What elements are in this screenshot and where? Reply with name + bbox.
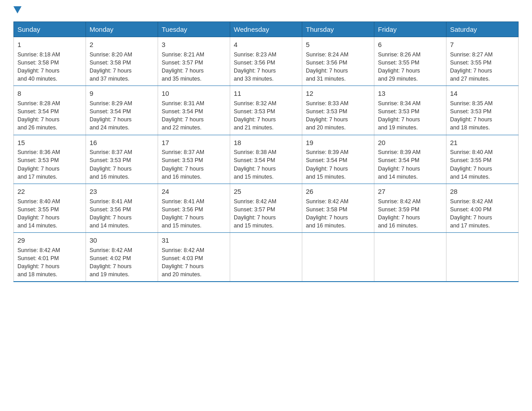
daylight-label: Daylight: 7 hours	[378, 116, 420, 123]
day-info: Sunrise: 8:27 AMSunset: 3:55 PMDaylight:…	[450, 51, 515, 83]
calendar-day-cell: 3Sunrise: 8:21 AMSunset: 3:57 PMDaylight…	[158, 37, 230, 86]
sunrise-value: Sunrise: 8:42 AM	[234, 198, 276, 205]
sunrise-value: Sunrise: 8:42 AM	[450, 198, 493, 205]
daylight-minutes: and 19 minutes.	[90, 271, 129, 278]
sunrise-value: Sunrise: 8:39 AM	[306, 149, 348, 155]
daylight-label: Daylight: 7 hours	[378, 214, 420, 221]
daylight-label: Daylight: 7 hours	[17, 214, 60, 221]
daylight-label: Daylight: 7 hours	[234, 68, 276, 74]
day-info: Sunrise: 8:39 AMSunset: 3:54 PMDaylight:…	[306, 148, 370, 181]
daylight-label: Daylight: 7 hours	[90, 166, 132, 172]
calendar-day-cell: 17Sunrise: 8:37 AMSunset: 3:53 PMDayligh…	[158, 135, 230, 184]
sunrise-value: Sunrise: 8:20 AM	[90, 51, 132, 58]
weekday-header-row: SundayMondayTuesdayWednesdayThursdayFrid…	[14, 22, 519, 37]
daylight-minutes: and 14 minutes.	[17, 223, 57, 229]
page-header	[13, 9, 519, 13]
calendar-day-cell: 5Sunrise: 8:24 AMSunset: 3:56 PMDaylight…	[302, 37, 374, 86]
sunrise-value: Sunrise: 8:42 AM	[162, 247, 204, 253]
daylight-minutes: and 18 minutes.	[450, 124, 490, 131]
sunrise-value: Sunrise: 8:29 AM	[90, 100, 132, 107]
day-info: Sunrise: 8:29 AMSunset: 3:54 PMDaylight:…	[90, 99, 154, 132]
day-info: Sunrise: 8:18 AMSunset: 3:58 PMDaylight:…	[17, 51, 82, 83]
daylight-label: Daylight: 7 hours	[162, 214, 204, 221]
daylight-label: Daylight: 7 hours	[378, 68, 420, 74]
calendar-day-cell: 25Sunrise: 8:42 AMSunset: 3:57 PMDayligh…	[230, 184, 302, 232]
sunrise-value: Sunrise: 8:21 AM	[162, 51, 204, 58]
day-info: Sunrise: 8:39 AMSunset: 3:54 PMDaylight:…	[378, 148, 442, 181]
daylight-minutes: and 17 minutes.	[17, 174, 57, 180]
calendar-body: 1Sunrise: 8:18 AMSunset: 3:58 PMDaylight…	[14, 37, 519, 282]
daylight-minutes: and 17 minutes.	[450, 223, 490, 229]
logo	[13, 9, 21, 13]
day-info: Sunrise: 8:35 AMSunset: 3:53 PMDaylight:…	[450, 99, 515, 132]
daylight-minutes: and 20 minutes.	[306, 124, 346, 131]
daylight-minutes: and 40 minutes.	[17, 76, 57, 82]
sunrise-value: Sunrise: 8:34 AM	[378, 100, 420, 107]
daylight-label: Daylight: 7 hours	[450, 214, 492, 221]
daylight-label: Daylight: 7 hours	[306, 166, 348, 172]
day-number: 13	[378, 89, 442, 98]
sunset-value: Sunset: 3:58 PM	[90, 60, 131, 66]
daylight-minutes: and 19 minutes.	[378, 124, 418, 131]
day-info: Sunrise: 8:36 AMSunset: 3:53 PMDaylight:…	[17, 148, 82, 181]
calendar-week-row: 15Sunrise: 8:36 AMSunset: 3:53 PMDayligh…	[14, 135, 519, 184]
sunset-value: Sunset: 3:56 PM	[234, 60, 275, 66]
day-info: Sunrise: 8:34 AMSunset: 3:53 PMDaylight:…	[378, 99, 442, 132]
sunrise-value: Sunrise: 8:42 AM	[306, 198, 348, 205]
day-info: Sunrise: 8:33 AMSunset: 3:53 PMDaylight:…	[306, 99, 370, 132]
weekday-header-saturday: Saturday	[446, 22, 519, 37]
weekday-header-wednesday: Wednesday	[230, 22, 302, 37]
daylight-minutes: and 16 minutes.	[162, 174, 202, 180]
calendar-day-cell: 27Sunrise: 8:42 AMSunset: 3:59 PMDayligh…	[374, 184, 446, 232]
daylight-minutes: and 14 minutes.	[450, 174, 490, 180]
calendar-day-cell: 4Sunrise: 8:23 AMSunset: 3:56 PMDaylight…	[230, 37, 302, 86]
daylight-label: Daylight: 7 hours	[17, 166, 60, 172]
calendar-day-cell: 18Sunrise: 8:38 AMSunset: 3:54 PMDayligh…	[230, 135, 302, 184]
day-info: Sunrise: 8:40 AMSunset: 3:55 PMDaylight:…	[450, 148, 515, 181]
sunset-value: Sunset: 3:54 PM	[306, 157, 347, 163]
day-number: 3	[162, 40, 226, 50]
daylight-minutes: and 18 minutes.	[17, 271, 57, 278]
calendar-day-cell: 29Sunrise: 8:42 AMSunset: 4:01 PMDayligh…	[14, 233, 86, 282]
daylight-minutes: and 15 minutes.	[234, 174, 274, 180]
calendar-day-cell: 30Sunrise: 8:42 AMSunset: 4:02 PMDayligh…	[86, 233, 158, 282]
day-number: 15	[17, 138, 82, 148]
day-info: Sunrise: 8:42 AMSunset: 4:01 PMDaylight:…	[17, 246, 82, 279]
calendar-day-cell: 14Sunrise: 8:35 AMSunset: 3:53 PMDayligh…	[446, 86, 519, 135]
sunrise-value: Sunrise: 8:37 AM	[90, 149, 132, 155]
day-number: 7	[450, 40, 515, 50]
calendar-day-cell: 10Sunrise: 8:31 AMSunset: 3:54 PMDayligh…	[158, 86, 230, 135]
calendar-day-cell: 26Sunrise: 8:42 AMSunset: 3:58 PMDayligh…	[302, 184, 374, 232]
day-info: Sunrise: 8:42 AMSunset: 3:59 PMDaylight:…	[378, 197, 442, 230]
calendar-day-cell	[230, 233, 302, 282]
sunset-value: Sunset: 3:57 PM	[162, 60, 203, 66]
sunset-value: Sunset: 4:03 PM	[162, 255, 203, 261]
sunset-value: Sunset: 3:56 PM	[162, 206, 203, 213]
day-number: 5	[306, 40, 370, 50]
day-info: Sunrise: 8:42 AMSunset: 3:57 PMDaylight:…	[234, 197, 298, 230]
day-number: 28	[450, 187, 515, 197]
sunrise-value: Sunrise: 8:36 AM	[17, 149, 60, 155]
calendar-day-cell: 11Sunrise: 8:32 AMSunset: 3:53 PMDayligh…	[230, 86, 302, 135]
sunrise-value: Sunrise: 8:31 AM	[162, 100, 204, 107]
calendar-week-row: 8Sunrise: 8:28 AMSunset: 3:54 PMDaylight…	[14, 86, 519, 135]
daylight-minutes: and 29 minutes.	[378, 76, 418, 82]
daylight-minutes: and 16 minutes.	[306, 223, 346, 229]
sunrise-value: Sunrise: 8:27 AM	[450, 51, 493, 58]
sunset-value: Sunset: 3:53 PM	[378, 108, 419, 115]
calendar-day-cell: 16Sunrise: 8:37 AMSunset: 3:53 PMDayligh…	[86, 135, 158, 184]
sunset-value: Sunset: 3:55 PM	[378, 60, 419, 66]
sunset-value: Sunset: 3:55 PM	[17, 206, 59, 213]
weekday-header-friday: Friday	[374, 22, 446, 37]
day-number: 27	[378, 187, 442, 197]
day-info: Sunrise: 8:42 AMSunset: 4:02 PMDaylight:…	[90, 246, 154, 279]
calendar-day-cell: 13Sunrise: 8:34 AMSunset: 3:53 PMDayligh…	[374, 86, 446, 135]
calendar-week-row: 22Sunrise: 8:40 AMSunset: 3:55 PMDayligh…	[14, 184, 519, 232]
day-number: 9	[90, 89, 154, 98]
calendar-day-cell: 31Sunrise: 8:42 AMSunset: 4:03 PMDayligh…	[158, 233, 230, 282]
daylight-label: Daylight: 7 hours	[450, 166, 492, 172]
day-number: 26	[306, 187, 370, 197]
day-info: Sunrise: 8:28 AMSunset: 3:54 PMDaylight:…	[17, 99, 82, 132]
sunset-value: Sunset: 3:57 PM	[234, 206, 275, 213]
daylight-minutes: and 37 minutes.	[90, 76, 129, 82]
